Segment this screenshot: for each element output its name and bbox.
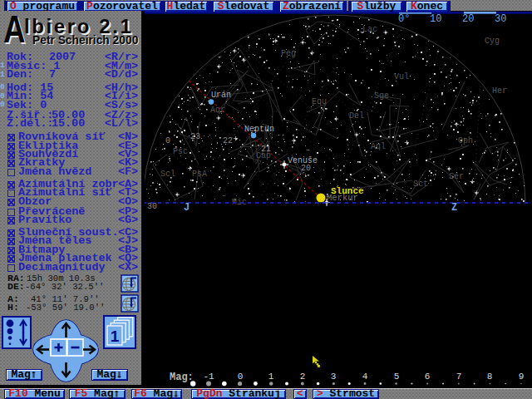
svg-text:5: 5 (394, 372, 400, 382)
svg-text:Her: Her (492, 86, 507, 96)
svg-text:-1: -1 (203, 372, 214, 382)
svg-text:Cyg: Cyg (485, 37, 500, 46)
svg-text:Urán: Urán (211, 91, 231, 100)
svg-text:30: 30 (147, 202, 157, 211)
svg-text:0°: 0° (398, 13, 410, 25)
svg-text:23: 23 (190, 132, 200, 141)
svg-text:20: 20 (462, 13, 474, 25)
svg-text:10: 10 (430, 13, 441, 25)
svg-text:9: 9 (519, 372, 525, 382)
svg-text:21: 21 (261, 145, 271, 154)
svg-text:Oph: Oph (458, 136, 473, 145)
svg-text:Peg: Peg (281, 49, 296, 58)
svg-text:Aql: Aql (371, 142, 386, 151)
svg-text:J: J (184, 202, 190, 214)
svg-text:2: 2 (300, 372, 306, 382)
svg-text:1: 1 (268, 372, 274, 382)
svg-text:4: 4 (362, 372, 368, 382)
svg-text:Sge: Sge (374, 91, 389, 101)
svg-text:Mag:: Mag: (170, 372, 194, 383)
svg-text:Psc: Psc (173, 147, 188, 156)
svg-text:Merkur: Merkur (327, 193, 358, 203)
svg-text:Scl: Scl (160, 170, 175, 179)
svg-text:1: 1 (111, 328, 120, 345)
svg-text:0: 0 (165, 136, 170, 145)
svg-text:Venuše: Venuše (288, 156, 318, 165)
svg-text:Aqr: Aqr (210, 106, 225, 115)
svg-text:3: 3 (331, 372, 337, 382)
svg-text:7: 7 (456, 372, 462, 382)
svg-text:0: 0 (238, 372, 244, 382)
svg-text:PsA: PsA (192, 170, 207, 179)
svg-text:Vul: Vul (394, 72, 409, 81)
svg-text:6: 6 (425, 372, 431, 382)
svg-text:Lac: Lac (362, 25, 377, 34)
svg-text:Ser: Ser (449, 172, 464, 181)
svg-text:22: 22 (223, 136, 233, 145)
svg-text:8: 8 (487, 372, 493, 382)
svg-text:30: 30 (495, 13, 506, 25)
svg-text:Neptun: Neptun (244, 125, 274, 134)
svg-text:Z: Z (451, 202, 457, 214)
svg-text:Del: Del (349, 111, 364, 121)
svg-text:Sct: Sct (413, 180, 428, 189)
svg-text:Equ: Equ (312, 97, 327, 106)
